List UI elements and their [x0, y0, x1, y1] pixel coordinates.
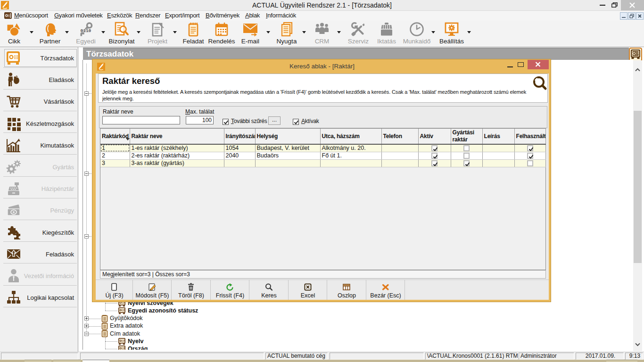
svg-text:0110: 0110 [81, 28, 91, 33]
